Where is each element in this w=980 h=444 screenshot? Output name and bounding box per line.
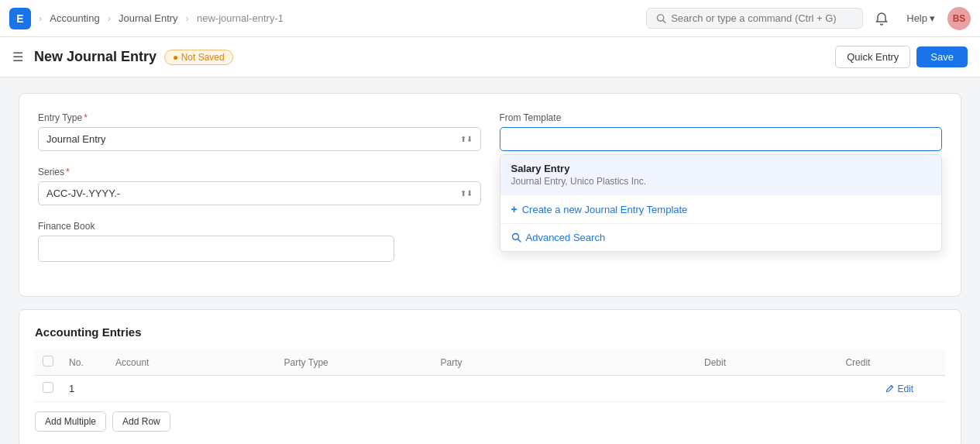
advanced-search-icon bbox=[511, 232, 521, 243]
edit-label: Edit bbox=[897, 384, 913, 394]
help-chevron-icon: ▾ bbox=[930, 12, 935, 24]
accounting-entries-title: Accounting Entries bbox=[35, 325, 945, 339]
accounting-entries-table: No. Account Party Type Party Debit Credi… bbox=[35, 349, 945, 402]
breadcrumb-sep-1: › bbox=[39, 12, 42, 24]
row-1-party[interactable] bbox=[433, 376, 590, 402]
breadcrumb-sep-3: › bbox=[186, 12, 189, 24]
search-input[interactable] bbox=[671, 12, 853, 24]
create-template-link[interactable]: + Create a new Journal Entry Template bbox=[500, 195, 942, 223]
form-card: Entry Type* Journal Entry ⬆⬇ From Templa… bbox=[19, 93, 961, 297]
row-1-no: 1 bbox=[61, 376, 108, 402]
plus-icon: + bbox=[511, 203, 518, 215]
col-no: No. bbox=[61, 349, 108, 376]
svg-line-1 bbox=[663, 20, 665, 22]
table-row: 1 Edit bbox=[35, 376, 945, 402]
table-actions: Add Multiple Add Row bbox=[35, 411, 945, 432]
series-label-text: Series bbox=[38, 167, 64, 177]
breadcrumb-current: new-journal-entry-1 bbox=[197, 12, 284, 24]
col-party: Party bbox=[433, 349, 590, 376]
col-debit: Debit bbox=[590, 349, 734, 376]
col-actions bbox=[878, 349, 945, 376]
dropdown-item-salary[interactable]: Salary Entry Journal Entry, Unico Plasti… bbox=[500, 155, 942, 194]
not-saved-badge: ● Not Saved bbox=[164, 50, 233, 65]
row-1-edit-link[interactable]: Edit bbox=[885, 384, 937, 394]
finance-book-group: Finance Book bbox=[38, 221, 394, 262]
series-label: Series* bbox=[38, 167, 481, 177]
breadcrumb-accounting[interactable]: Accounting bbox=[50, 12, 99, 24]
advanced-search-link[interactable]: Advanced Search bbox=[500, 224, 942, 251]
advanced-search-label: Advanced Search bbox=[526, 232, 606, 243]
dropdown-item-salary-title: Salary Entry bbox=[511, 163, 931, 174]
col-credit: Credit bbox=[734, 349, 878, 376]
form-row-1: Entry Type* Journal Entry ⬆⬇ From Templa… bbox=[38, 112, 942, 151]
search-icon bbox=[656, 13, 666, 24]
save-button[interactable]: Save bbox=[916, 46, 968, 67]
add-multiple-button[interactable]: Add Multiple bbox=[35, 411, 106, 432]
series-select[interactable]: ACC-JV-.YYYY.- ⬆⬇ bbox=[38, 181, 481, 205]
table-body: 1 Edit bbox=[35, 376, 945, 402]
series-group: Series* ACC-JV-.YYYY.- ⬆⬇ bbox=[38, 167, 481, 205]
series-arrows-icon: ⬆⬇ bbox=[460, 189, 473, 198]
from-template-group: From Template Salary Entry Journal Entry… bbox=[500, 112, 943, 151]
series-value: ACC-JV-.YYYY.- bbox=[46, 188, 120, 199]
breadcrumb-journal-entry[interactable]: Journal Entry bbox=[119, 12, 178, 24]
row-1-checkbox[interactable] bbox=[43, 382, 53, 393]
edit-icon bbox=[885, 384, 895, 394]
search-bar[interactable] bbox=[646, 8, 863, 29]
user-avatar[interactable]: BS bbox=[947, 7, 971, 30]
breadcrumb-sep-2: › bbox=[108, 12, 111, 24]
from-template-input[interactable] bbox=[500, 127, 943, 151]
main-content: Entry Type* Journal Entry ⬆⬇ From Templa… bbox=[0, 77, 980, 444]
entry-type-value: Journal Entry bbox=[46, 133, 106, 145]
not-saved-label: ● Not Saved bbox=[173, 52, 225, 63]
entry-type-arrows-icon: ⬆⬇ bbox=[460, 135, 473, 143]
row-1-debit[interactable] bbox=[590, 376, 734, 402]
col-account: Account bbox=[108, 349, 277, 376]
from-template-label: From Template bbox=[500, 112, 943, 123]
dropdown-item-salary-subtitle: Journal Entry, Unico Plastics Inc. bbox=[511, 176, 931, 187]
finance-book-input[interactable] bbox=[38, 236, 394, 262]
finance-book-label: Finance Book bbox=[38, 221, 394, 232]
row-1-party-type[interactable] bbox=[277, 376, 433, 402]
entry-type-select[interactable]: Journal Entry ⬆⬇ bbox=[38, 127, 481, 151]
notification-bell[interactable] bbox=[869, 6, 894, 31]
template-dropdown: Salary Entry Journal Entry, Unico Plasti… bbox=[500, 154, 943, 252]
avatar-initials: BS bbox=[953, 13, 966, 24]
help-menu[interactable]: Help ▾ bbox=[900, 9, 941, 27]
table-header-row: No. Account Party Type Party Debit Credi… bbox=[35, 349, 945, 376]
row-1-checkbox-cell bbox=[35, 376, 61, 402]
create-template-label: Create a new Journal Entry Template bbox=[522, 204, 688, 215]
from-template-label-text: From Template bbox=[500, 112, 562, 123]
entry-type-required: * bbox=[84, 112, 88, 123]
entry-type-label-text: Entry Type bbox=[38, 112, 82, 123]
quick-entry-button[interactable]: Quick Entry bbox=[835, 46, 910, 68]
series-required: * bbox=[66, 167, 70, 177]
col-party-type: Party Type bbox=[277, 349, 433, 376]
row-1-edit-cell: Edit bbox=[878, 376, 945, 402]
page-title: New Journal Entry bbox=[34, 49, 156, 65]
accounting-entries-card: Accounting Entries No. Account Party Typ… bbox=[19, 309, 961, 444]
table-header: No. Account Party Type Party Debit Credi… bbox=[35, 349, 945, 376]
hamburger-menu[interactable]: ☰ bbox=[12, 50, 23, 64]
select-all-checkbox[interactable] bbox=[43, 356, 53, 367]
finance-book-label-text: Finance Book bbox=[38, 221, 95, 232]
row-1-account[interactable] bbox=[108, 376, 277, 402]
subheader: ☰ New Journal Entry ● Not Saved Quick En… bbox=[0, 37, 980, 77]
row-1-credit[interactable] bbox=[734, 376, 878, 402]
app-icon-letter: E bbox=[16, 12, 23, 25]
add-row-button[interactable]: Add Row bbox=[112, 411, 170, 432]
app-icon[interactable]: E bbox=[9, 8, 31, 29]
subheader-actions: Quick Entry Save bbox=[835, 46, 968, 68]
entry-type-group: Entry Type* Journal Entry ⬆⬇ bbox=[38, 112, 481, 151]
help-label: Help bbox=[906, 12, 927, 24]
entry-type-label: Entry Type* bbox=[38, 112, 481, 123]
template-wrapper: Salary Entry Journal Entry, Unico Plasti… bbox=[500, 127, 943, 151]
navbar: E › Accounting › Journal Entry › new-jou… bbox=[0, 0, 980, 37]
svg-line-3 bbox=[518, 239, 521, 243]
col-checkbox bbox=[35, 349, 61, 376]
